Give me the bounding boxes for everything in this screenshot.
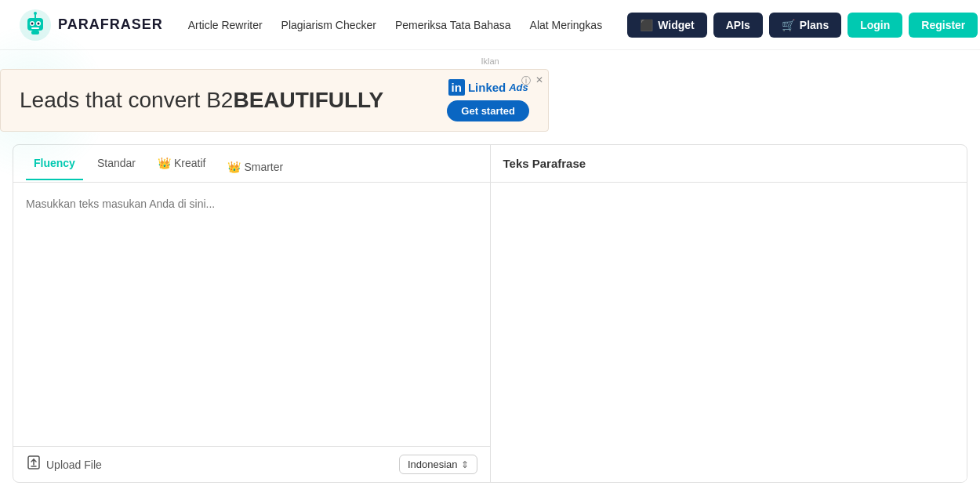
ad-label-top: Iklan <box>0 56 980 66</box>
tab-fluency[interactable]: Fluency <box>26 147 83 180</box>
nav-article-rewriter[interactable]: Article Rewriter <box>188 19 263 31</box>
right-panel-body <box>491 183 967 482</box>
nav-summarizer[interactable]: Alat Meringkas <box>530 19 603 31</box>
text-input[interactable] <box>26 195 477 430</box>
widget-icon: ⬛ <box>640 19 653 31</box>
widget-button[interactable]: ⬛ Widget <box>627 13 707 38</box>
apis-button[interactable]: APIs <box>713 13 763 38</box>
register-button[interactable]: Register <box>909 13 978 38</box>
svg-rect-9 <box>31 31 39 34</box>
nav-grammar-checker[interactable]: Pemeriksa Tata Bahasa <box>395 19 511 31</box>
linkedin-logo: in Linked Ads <box>448 79 528 96</box>
navbar: PARAFRASER Article Rewriter Plagiarism C… <box>0 0 980 50</box>
ad-info-icon[interactable]: ⓘ <box>521 74 531 88</box>
nav-actions: ⬛ Widget APIs 🛒 Plans Login Register <box>627 13 978 38</box>
ad-right: in Linked Ads Get started <box>447 79 529 121</box>
language-selector[interactable]: Indonesian ⇕ <box>399 455 477 474</box>
plans-icon: 🛒 <box>782 19 795 31</box>
upload-icon <box>26 455 42 474</box>
left-panel: Fluency Standar 👑 Kreatif New 👑 Smarter <box>13 145 491 482</box>
ad-get-started-button[interactable]: Get started <box>447 100 529 121</box>
new-badge: New <box>249 144 263 145</box>
tab-kreatif-wrapper: 👑 Kreatif <box>150 147 213 179</box>
ad-container: Iklan Leads that convert B2BEAUTIFULLY ⓘ… <box>0 50 980 135</box>
logo[interactable]: PARAFRASER <box>19 9 163 42</box>
tabs-bar: Fluency Standar 👑 Kreatif New 👑 Smarter <box>13 145 490 183</box>
right-panel: Teks Parafrase <box>491 145 967 482</box>
ad-close-icon[interactable]: ✕ <box>535 74 543 88</box>
tab-smarter[interactable]: 👑 Smarter <box>220 151 291 184</box>
plans-button[interactable]: 🛒 Plans <box>769 13 841 38</box>
main-content: Fluency Standar 👑 Kreatif New 👑 Smarter <box>0 135 980 492</box>
svg-rect-8 <box>31 27 39 29</box>
svg-point-5 <box>38 22 40 24</box>
ad-info-icons: ⓘ ✕ <box>521 74 543 88</box>
right-panel-header: Teks Parafrase <box>491 145 967 183</box>
ad-headline: Leads that convert B2BEAUTIFULLY <box>20 88 383 113</box>
tab-kreatif[interactable]: 👑 Kreatif <box>150 147 213 180</box>
text-input-wrapper <box>13 183 490 446</box>
right-panel-title: Teks Parafrase <box>503 157 586 170</box>
editor-container: Fluency Standar 👑 Kreatif New 👑 Smarter <box>13 144 967 483</box>
language-value: Indonesian <box>408 459 458 470</box>
logo-text: PARAFRASER <box>58 16 163 33</box>
ad-banner[interactable]: Leads that convert B2BEAUTIFULLY ⓘ ✕ in … <box>0 69 549 132</box>
upload-button[interactable]: Upload File <box>26 455 102 474</box>
kreatif-icon: 👑 <box>158 157 171 169</box>
logo-icon <box>19 9 52 42</box>
language-chevron-icon: ⇕ <box>461 459 469 470</box>
left-panel-footer: Upload File Indonesian ⇕ <box>13 446 490 482</box>
smarter-icon: 👑 <box>227 161 241 173</box>
svg-point-7 <box>34 12 37 15</box>
svg-point-4 <box>31 22 34 24</box>
nav-plagiarism-checker[interactable]: Plagiarism Checker <box>281 19 376 31</box>
tab-smarter-wrapper: New 👑 Smarter <box>220 144 291 183</box>
tab-standar[interactable]: Standar <box>89 147 143 180</box>
login-button[interactable]: Login <box>848 13 902 38</box>
nav-links: Article Rewriter Plagiarism Checker Peme… <box>188 19 602 31</box>
